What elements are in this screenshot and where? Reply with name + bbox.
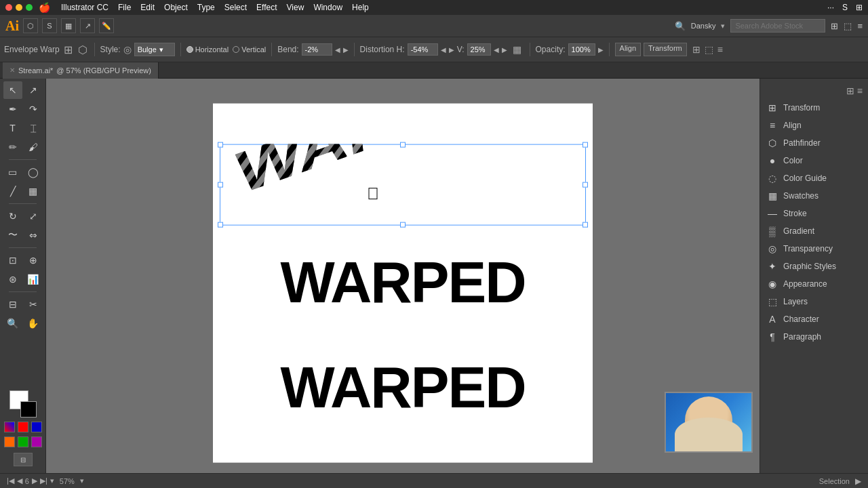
right-panel-item-color[interactable]: ●Color [760,152,868,169]
layout-icon[interactable]: ⊞ [831,21,838,31]
right-panel-item-stroke[interactable]: —Stroke [760,205,868,222]
tool-icon-5[interactable]: ✏️ [99,18,114,33]
rectangle-tool[interactable]: ▭ [3,163,22,181]
artboard-tool[interactable]: ⊟ [3,296,22,313]
color-swatches[interactable] [9,390,37,418]
panel-toggle-icon[interactable]: ⬚ [705,44,713,55]
panels-icon[interactable]: ⬚ [844,21,852,31]
paint-tool[interactable]: 🖌 [24,138,43,156]
menu-icon[interactable]: ≡ [857,21,863,31]
distortion-v-input[interactable] [467,43,491,56]
mac-maximize[interactable] [26,4,33,11]
right-panel-item-paragraph[interactable]: ¶Paragraph [760,328,868,346]
purple-swatch[interactable] [31,436,42,447]
right-panel-item-align[interactable]: ≡Align [760,117,868,134]
dist-v-arrow-right[interactable]: ▶ [502,46,507,54]
distortion-h-input[interactable] [408,43,438,56]
change-screen-mode[interactable]: ⊟ [14,453,33,466]
ellipse-tool[interactable]: ◯ [24,163,43,181]
symbol-sprayer-tool[interactable]: ⊛ [3,270,22,288]
layout-toggle-icon[interactable]: ⊞ [692,44,701,55]
style-dropdown[interactable]: Bulge ▾ [134,43,175,56]
align-button[interactable]: Align [615,43,641,56]
puppet-warp-tool[interactable]: ⊕ [24,251,43,269]
right-panel-item-swatches[interactable]: ▦Swatches [760,187,868,205]
area-type-tool[interactable]: ⌶ [24,119,43,137]
green-swatch[interactable] [18,436,28,447]
text-warped-1[interactable]: WARPED [233,249,572,316]
nav-prev[interactable]: ◀ [17,476,22,485]
free-transform-tool[interactable]: ⊡ [3,251,22,269]
mac-minimize[interactable] [16,4,22,11]
mac-menu-object[interactable]: Object [164,3,188,12]
right-panel-item-transform[interactable]: ⊞Transform [760,99,868,117]
mac-menu-edit[interactable]: Edit [140,3,155,12]
mac-menu-help[interactable]: Help [352,3,369,12]
nav-next[interactable]: ▶ [32,476,37,485]
dist-h-arrow-right[interactable]: ▶ [449,46,454,54]
canvas-area[interactable]: WARPED WARPED WARPED WARPED [46,79,760,473]
nav-dropdown[interactable]: ▾ [50,476,54,485]
zoom-dropdown[interactable]: ▾ [80,476,84,485]
opacity-input[interactable] [568,43,595,56]
pencil-tool[interactable]: ✏ [3,138,22,156]
right-panel-item-transparency[interactable]: ◎Transparency [760,240,868,258]
curvature-tool[interactable]: ↷ [24,100,43,118]
red-swatch[interactable] [18,422,28,432]
right-panel-item-layers[interactable]: ⬚Layers [760,293,868,310]
dist-v-arrow-left[interactable]: ◀ [494,46,499,54]
tab-close[interactable]: ✕ [9,66,15,74]
mac-menu-view[interactable]: View [287,3,304,12]
right-panel-item-character[interactable]: ACharacter [760,310,868,328]
mac-menu-effect[interactable]: Effect [256,3,277,12]
warp-tool[interactable]: 〜 [3,226,22,244]
tab-stream[interactable]: ✕ Stream.ai* @ 57% (RGB/GPU Preview) [3,62,159,79]
mac-menu-type[interactable]: Type [197,3,215,12]
right-panel-item-gradient[interactable]: ▒Gradient [760,222,868,240]
bend-arrow-left[interactable]: ◀ [335,46,340,54]
search-icon[interactable]: 🔍 [675,21,686,31]
mac-close[interactable] [5,4,12,11]
tool-icon-1[interactable]: ⬡ [23,18,38,33]
mac-menu-select[interactable]: Select [224,3,247,12]
zoom-tool[interactable]: 🔍 [3,314,22,332]
line-tool[interactable]: ╱ [3,182,22,200]
tool-icon-2[interactable]: S [42,18,57,33]
mac-menu-window[interactable]: Window [313,3,342,12]
right-panel-item-pathfinder[interactable]: ⬡Pathfinder [760,134,868,152]
panel-layout-icon[interactable]: ⊞ [846,85,854,96]
direct-select-tool[interactable]: ↗ [24,81,43,99]
user-dropdown[interactable]: ▾ [721,22,725,30]
hand-tool[interactable]: ✋ [24,314,43,332]
bend-input[interactable] [302,43,332,56]
transform-button[interactable]: Transform [644,43,687,56]
nav-first[interactable]: |◀ [7,476,14,485]
mac-menu-illustrator[interactable]: Illustrator CC [61,3,108,12]
nav-last[interactable]: ▶| [40,476,47,485]
mac-menu-file[interactable]: File [118,3,131,12]
width-tool[interactable]: ⇔ [24,226,43,244]
more-icon[interactable]: ≡ [717,44,723,55]
select-tool[interactable]: ↖ [3,81,22,99]
scale-tool[interactable]: ⤢ [24,207,43,225]
opacity-arrow[interactable]: ▶ [598,46,604,54]
color-gradient-swatch[interactable] [4,422,15,432]
fill-swatch[interactable] [20,401,37,418]
right-panel-item-appearance[interactable]: ◉Appearance [760,275,868,293]
slice-tool[interactable]: ✂ [24,296,43,313]
horizontal-radio[interactable]: Horizontal [186,45,229,54]
orange-swatch[interactable] [4,436,15,447]
panel-more-icon[interactable]: ≡ [857,85,863,96]
pen-tool[interactable]: ✒ [3,100,22,118]
dist-h-arrow-left[interactable]: ◀ [441,46,446,54]
blue-swatch[interactable] [31,422,42,432]
stock-search-input[interactable] [730,19,825,33]
vertical-radio[interactable]: Vertical [233,45,266,54]
right-panel-item-color-guide[interactable]: ◌Color Guide [760,169,868,187]
tool-icon-3[interactable]: ▦ [61,18,76,33]
chart-tool[interactable]: 📊 [24,270,43,288]
text-warped-2[interactable]: WARPED [233,354,572,421]
envelope-warp-object[interactable]: WARPED WARPED [220,144,586,226]
tool-icon-4[interactable]: ↗ [80,18,95,33]
bend-arrow-right[interactable]: ▶ [343,46,349,54]
